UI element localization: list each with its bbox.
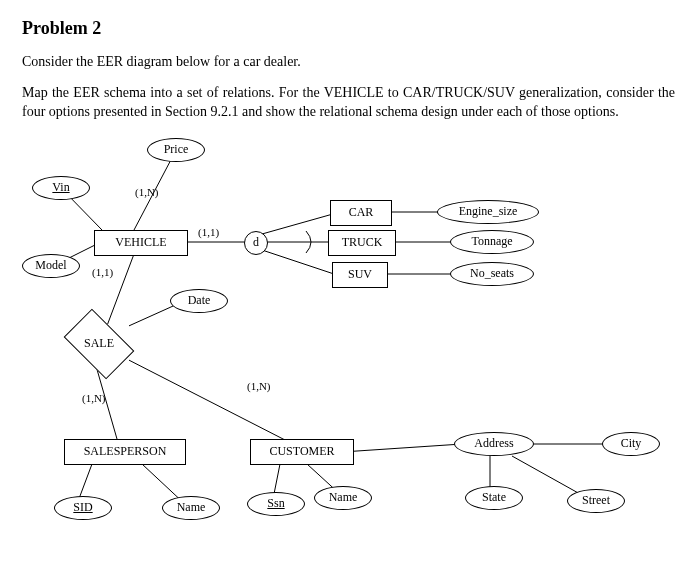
intro-text: Consider the EER diagram below for a car… xyxy=(22,53,675,72)
attr-no-seats: No_seats xyxy=(450,262,534,286)
svg-line-13 xyxy=(117,354,287,441)
attr-model: Model xyxy=(22,254,80,278)
attr-city: City xyxy=(602,432,660,456)
problem-title: Problem 2 xyxy=(22,18,675,39)
attr-date: Date xyxy=(170,289,228,313)
entity-truck: TRUCK xyxy=(328,230,396,256)
task-text: Map the EER schema into a set of relatio… xyxy=(22,84,675,122)
attr-state: State xyxy=(465,486,523,510)
eer-diagram: Price Vin Model VEHICLE d CAR TRUCK SUV … xyxy=(22,134,677,529)
entity-car: CAR xyxy=(330,200,392,226)
attr-address: Address xyxy=(454,432,534,456)
specialization-d: d xyxy=(244,231,268,255)
attr-tonnage: Tonnage xyxy=(450,230,534,254)
attr-street: Street xyxy=(567,489,625,513)
attr-sp-name: Name xyxy=(162,496,220,520)
entity-salesperson: SALESPERSON xyxy=(64,439,186,465)
svg-line-18 xyxy=(342,444,462,452)
attr-ssn: Ssn xyxy=(247,492,305,516)
card-sale-customer: (1,N) xyxy=(247,380,271,392)
rel-sale: SALE xyxy=(69,324,129,364)
attr-price: Price xyxy=(147,138,205,162)
attr-sid: SID xyxy=(54,496,112,520)
entity-vehicle: VEHICLE xyxy=(94,230,188,256)
attr-cust-name: Name xyxy=(314,486,372,510)
attr-engine-size: Engine_size xyxy=(437,200,539,224)
card-vehicle-spec: (1,1) xyxy=(198,226,219,238)
entity-customer: CUSTOMER xyxy=(250,439,354,465)
entity-suv: SUV xyxy=(332,262,388,288)
card-price-vehicle: (1,N) xyxy=(135,186,159,198)
attr-vin: Vin xyxy=(32,176,90,200)
card-vehicle-sale: (1,1) xyxy=(92,266,113,278)
card-sale-salesperson: (1,N) xyxy=(82,392,106,404)
